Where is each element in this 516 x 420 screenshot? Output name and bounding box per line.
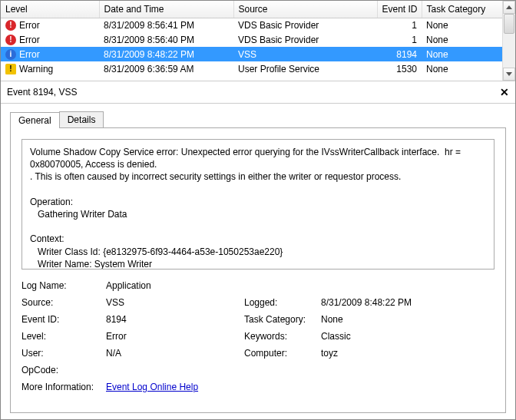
label-computer: Computer:	[244, 348, 321, 359]
tab-details[interactable]: Details	[59, 111, 104, 127]
cell-date: 8/31/2009 8:48:22 PM	[99, 47, 233, 61]
cell-eventid: 1	[377, 32, 422, 47]
error-icon: !	[5, 35, 16, 45]
table-row[interactable]: !Error8/31/2009 8:56:40 PMVDS Basic Prov…	[1, 32, 503, 47]
cell-taskcat: None	[422, 18, 503, 32]
event-grid-wrap: Level Date and Time Source Event ID Task…	[1, 1, 515, 81]
label-eventid: Event ID:	[22, 314, 106, 325]
label-logged: Logged:	[244, 297, 321, 308]
label-keywords: Keywords:	[244, 331, 321, 342]
cell-eventid: 1530	[377, 61, 422, 76]
scroll-up-button[interactable]	[503, 1, 515, 14]
value-eventid: 8194	[106, 314, 244, 325]
scroll-track[interactable]	[503, 14, 515, 68]
scroll-down-button[interactable]	[503, 68, 515, 81]
cell-date: 8/31/2009 6:36:59 AM	[99, 61, 233, 76]
value-logname: Application	[106, 280, 495, 291]
table-row[interactable]: !Error8/31/2009 8:56:41 PMVDS Basic Prov…	[1, 18, 503, 32]
event-grid-header[interactable]: Level Date and Time Source Event ID Task…	[1, 1, 503, 18]
value-opcode	[106, 365, 495, 375]
value-taskcat: None	[321, 314, 495, 325]
label-source: Source:	[22, 297, 106, 308]
value-source: VSS	[106, 297, 244, 308]
detail-title-text: Event 8194, VSS	[7, 87, 77, 98]
tab-general[interactable]: General	[10, 112, 60, 128]
scroll-thumb[interactable]	[504, 14, 514, 34]
label-user: User:	[22, 348, 106, 359]
event-log-help-link[interactable]: Event Log Online Help	[106, 382, 198, 392]
col-header-date[interactable]: Date and Time	[99, 1, 233, 18]
chevron-down-icon	[506, 72, 512, 76]
value-user: N/A	[106, 348, 244, 359]
cell-source: VSS	[233, 47, 377, 61]
cell-taskcat: None	[422, 61, 503, 76]
table-row[interactable]: iError8/31/2009 8:48:22 PMVSS8194None	[1, 47, 503, 61]
detail-title-bar: Event 8194, VSS ✕	[1, 81, 515, 104]
value-keywords: Classic	[321, 331, 495, 342]
col-header-source[interactable]: Source	[233, 1, 377, 18]
info-icon: i	[5, 49, 16, 60]
cell-level: Error	[19, 35, 40, 45]
cell-level: Warning	[19, 64, 53, 74]
tab-bar: General Details	[10, 111, 506, 127]
event-viewer-window: Level Date and Time Source Event ID Task…	[1, 1, 515, 419]
cell-taskcat: None	[422, 47, 503, 61]
table-row[interactable]: !Warning8/31/2009 6:36:59 AMUser Profile…	[1, 61, 503, 76]
label-moreinfo: More Information:	[22, 382, 106, 392]
col-header-level[interactable]: Level	[1, 1, 99, 18]
cell-date: 8/31/2009 8:56:40 PM	[99, 32, 233, 47]
grid-scrollbar[interactable]	[502, 1, 515, 81]
cell-level: Error	[19, 20, 40, 31]
value-level: Error	[106, 331, 244, 342]
cell-taskcat: None	[422, 32, 503, 47]
label-opcode: OpCode:	[22, 365, 106, 375]
detail-panel: General Details Volume Shadow Copy Servi…	[1, 104, 515, 419]
cell-date: 8/31/2009 8:56:41 PM	[99, 18, 233, 32]
col-header-taskcat[interactable]: Task Category	[422, 1, 503, 18]
chevron-up-icon	[506, 5, 512, 9]
cell-eventid: 1	[377, 18, 422, 32]
tab-body-general: Volume Shadow Copy Service error: Unexpe…	[10, 127, 506, 413]
cell-source: VDS Basic Provider	[233, 32, 377, 47]
error-icon: !	[5, 20, 16, 31]
label-taskcat: Task Category:	[244, 314, 321, 325]
value-moreinfo: Event Log Online Help	[106, 382, 495, 392]
cell-eventid: 8194	[377, 47, 422, 61]
value-computer: toyz	[321, 348, 495, 359]
event-message[interactable]: Volume Shadow Copy Service error: Unexpe…	[22, 139, 495, 270]
event-grid[interactable]: Level Date and Time Source Event ID Task…	[1, 1, 504, 76]
close-icon[interactable]: ✕	[500, 86, 509, 98]
cell-level: Error	[19, 49, 40, 60]
label-logname: Log Name:	[22, 280, 106, 291]
event-fields: Log Name: Application Source: VSS Logged…	[22, 280, 495, 392]
value-logged: 8/31/2009 8:48:22 PM	[321, 297, 495, 308]
cell-source: User Profile Service	[233, 61, 377, 76]
label-level: Level:	[22, 331, 106, 342]
cell-source: VDS Basic Provider	[233, 18, 377, 32]
col-header-eventid[interactable]: Event ID	[377, 1, 422, 18]
warn-icon: !	[5, 64, 16, 74]
